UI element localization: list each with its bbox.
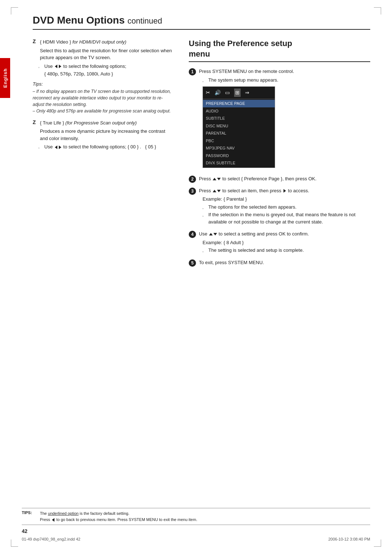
menu-item-mp3: MP3/JPEG NAV: [203, 144, 275, 152]
step-4-sub2-text: The setting is selected and setup is com…: [208, 247, 304, 254]
tips-bar-line2: Press to go back to previous menu item. …: [40, 517, 197, 523]
truelife-bullet: Z { True Life } (for Progressive Scan ou…: [33, 119, 174, 127]
hdmi-sub1: ‚ Use to select the following options;: [38, 63, 174, 70]
side-tab-label: English: [3, 68, 8, 88]
sub-dot-2: ‚: [38, 143, 42, 151]
page-title: DVD Menu Options continued: [33, 15, 370, 30]
corner-mark-tl: [11, 7, 18, 15]
step-4-sub1: Example: { 8 Adult }: [203, 239, 370, 246]
hdmi-body: Select this to adjust the resolution for…: [40, 47, 174, 61]
page-number: 42: [22, 528, 28, 534]
scissors-icon: ✂: [206, 89, 210, 97]
section-true-life: Z { True Life } (for Progressive Scan ou…: [33, 119, 174, 151]
step-3-num: 3: [189, 188, 196, 195]
menu-item-subtitle: SUBTITLE: [203, 115, 275, 122]
section-heading-line1: Using the Preference setup: [189, 38, 370, 49]
step-1-sub: ‚ The system setup menu appears.: [203, 77, 370, 84]
bullet-char: Z: [33, 38, 38, 46]
step-3-sub1-text: Example: { Parental }: [203, 196, 247, 203]
step-4-sub: Example: { 8 Adult } ‚ The setting is se…: [203, 239, 370, 254]
step-5: 5 To exit, press SYSTEM MENU.: [189, 259, 370, 267]
step-1-sub1-text: The system setup menu appears.: [208, 77, 278, 84]
corner-mark-bl: [11, 539, 18, 547]
step-4-text: Use to select a setting and press OK to …: [199, 230, 370, 238]
sub-dot-s3a: ‚: [203, 204, 206, 211]
hdmi-bullet: Z { HDMI Video } for HDMI/DVI output onl…: [33, 38, 174, 46]
step-4-sub2: ‚ The setting is selected and setup is c…: [203, 247, 370, 254]
step-1: 1 Press SYSTEM MENU on the remote contro…: [189, 68, 370, 171]
step-1-sub1: ‚ The system setup menu appears.: [203, 77, 370, 84]
arrow-icon: ⇒: [245, 89, 249, 97]
tips-bar-content: The underlined option is the factory def…: [40, 510, 197, 522]
step-3-content: Press to select an item, then press to a…: [199, 187, 370, 226]
step-1-content: Press SYSTEM MENU on the remote control.…: [199, 68, 370, 171]
step-5-num: 5: [189, 259, 196, 267]
hdmi-sub-bullets: ‚ Use to select the following options; {…: [38, 63, 174, 78]
footer-right: 2006-10-12 3:08:40 PM: [328, 537, 370, 541]
tips-label: Tips:: [33, 81, 174, 87]
step-2: 2 Press to select { Preference Page }, t…: [189, 175, 370, 183]
tips-bar-line1: The underlined option is the factory def…: [40, 510, 197, 517]
sub-dot-s1: ‚: [203, 77, 206, 84]
corner-mark-br: [374, 539, 381, 547]
page-title-continued-text: continued: [127, 16, 162, 25]
step-5-text: To exit, press SYSTEM MENU.: [199, 259, 370, 266]
step-1-num: 1: [189, 68, 196, 75]
hdmi-heading: { HDMI Video } for HDMI/DVI output only): [40, 38, 126, 46]
step-4-num: 4: [189, 231, 196, 238]
speaker-icon: 🔊: [215, 89, 221, 97]
hdmi-options: { 480p, 576p, 720p, 1080i, Auto }: [44, 70, 174, 78]
truelife-heading-text: { True Life } (for Progressive Scan outp…: [40, 120, 137, 126]
step-2-content: Press to select { Preference Page }, the…: [199, 175, 370, 183]
section-heading-line2: menu: [189, 49, 370, 59]
hdmi-heading-text: { HDMI Video } for HDMI/DVI output only): [40, 39, 126, 45]
step-3: 3 Press to select an item, then press to…: [189, 187, 370, 226]
side-tab: English: [0, 58, 10, 98]
truelife-heading: { True Life } (for Progressive Scan outp…: [40, 119, 137, 127]
step-3-sub2: ‚ The options for the selected item appe…: [203, 204, 370, 211]
menu-screenshot: ✂ 🔊 ▭ ⊞ ⇒ PREFERENCE PAGE AUDIO SUBTITLE…: [203, 86, 275, 168]
menu-item-parental: PARENTAL: [203, 130, 275, 137]
truelife-sub1: ‚ Use to select the following options; {…: [38, 143, 174, 151]
grid-icon: ⊞: [234, 89, 241, 97]
hdmi-options-text: { 480p, 576p, 720p, 1080i, Auto }: [44, 71, 113, 77]
screen-icon: ▭: [225, 89, 230, 97]
truelife-body: Produces a more dynamic picture by incre…: [40, 128, 174, 142]
step-1-text: Press SYSTEM MENU on the remote control.: [199, 68, 370, 75]
section-heading-preference: Using the Preference setup menu: [189, 38, 370, 62]
step-3-sub3: ‚ If the selection in the menu is greyed…: [203, 211, 370, 225]
footer-left: 01-49 dvp7400_98_eng2.indd 42: [22, 537, 80, 541]
step-3-sub: Example: { Parental } ‚ The options for …: [203, 196, 370, 225]
step-2-text: Press to select { Preference Page }, the…: [199, 175, 370, 182]
corner-mark-tr: [374, 7, 381, 15]
sub-dot: ‚: [38, 63, 42, 70]
right-column: Using the Preference setup menu 1 Press …: [189, 38, 370, 271]
left-column: Z { HDMI Video } for HDMI/DVI output onl…: [33, 38, 174, 271]
step-4-sub1-text: Example: { 8 Adult }: [203, 239, 244, 246]
footer-meta: 01-49 dvp7400_98_eng2.indd 42 2006-10-12…: [22, 537, 370, 541]
page-container: English DVD Menu Options continued Z { H…: [0, 0, 392, 554]
step-4: 4 Use to select a setting and press OK t…: [189, 230, 370, 255]
step-4-content: Use to select a setting and press OK to …: [199, 230, 370, 255]
section-hdmi-video: Z { HDMI Video } for HDMI/DVI output onl…: [33, 38, 174, 114]
tips-bar-label: TIPS:: [22, 510, 36, 515]
sub-dot-s3b: ‚: [203, 211, 206, 225]
tips-bar: TIPS: The underlined option is the facto…: [22, 508, 370, 525]
step-3-sub1: Example: { Parental }: [203, 196, 370, 203]
menu-item-disc-menu: DISC MENU: [203, 122, 275, 130]
bullet-char-2: Z: [33, 119, 38, 127]
truelife-sub1-text: Use to select the following options; { 0…: [44, 143, 156, 151]
menu-items-list: PREFERENCE PAGE AUDIO SUBTITLE DISC MENU…: [203, 99, 275, 168]
tips-section-hdmi: Tips: – If no display appears on the TV …: [33, 81, 174, 114]
step-2-num: 2: [189, 176, 196, 183]
tips-text1: – If no display appears on the TV screen…: [33, 88, 174, 114]
step-3-sub2-text: The options for the selected item appear…: [208, 204, 297, 211]
page-title-main: DVD Menu Options: [33, 15, 125, 26]
menu-icons-row: ✂ 🔊 ▭ ⊞ ⇒: [203, 87, 275, 99]
tips-underlined: underlined option: [48, 511, 78, 516]
hdmi-sub1-text: Use to select the following options;: [44, 63, 126, 70]
menu-item-password: PASSWORD: [203, 152, 275, 160]
sub-dot-s4: ‚: [203, 247, 206, 254]
menu-item-preference: PREFERENCE PAGE: [203, 100, 275, 107]
menu-item-divx: DIVX SUBTITLE: [203, 159, 275, 167]
